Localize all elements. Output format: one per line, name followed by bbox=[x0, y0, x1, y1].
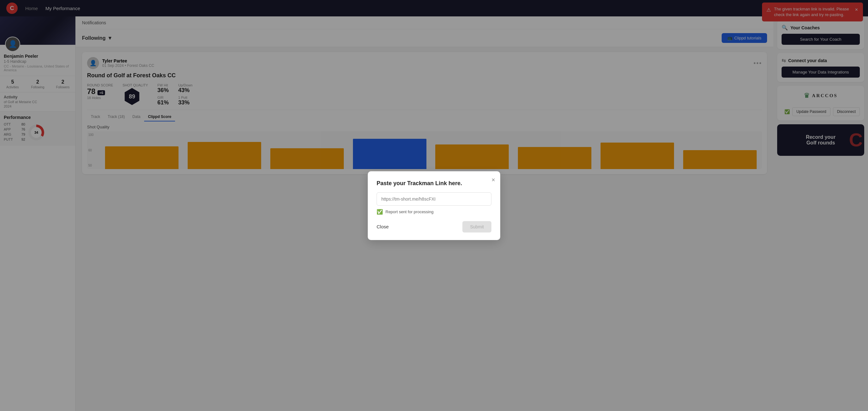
modal-title: Paste your Trackman Link here. bbox=[377, 180, 491, 187]
modal-actions: Close Submit bbox=[377, 221, 491, 232]
modal-close-x-button[interactable]: × bbox=[491, 176, 495, 184]
modal-overlay[interactable]: Paste your Trackman Link here. × ✅ Repor… bbox=[0, 0, 868, 411]
check-icon: ✅ bbox=[377, 209, 383, 215]
trackman-modal: Paste your Trackman Link here. × ✅ Repor… bbox=[368, 171, 500, 240]
trackman-link-input[interactable] bbox=[377, 192, 491, 205]
modal-submit-button[interactable]: Submit bbox=[462, 221, 491, 232]
modal-close-button[interactable]: Close bbox=[377, 224, 389, 229]
modal-success-message: ✅ Report sent for processing bbox=[377, 209, 491, 215]
